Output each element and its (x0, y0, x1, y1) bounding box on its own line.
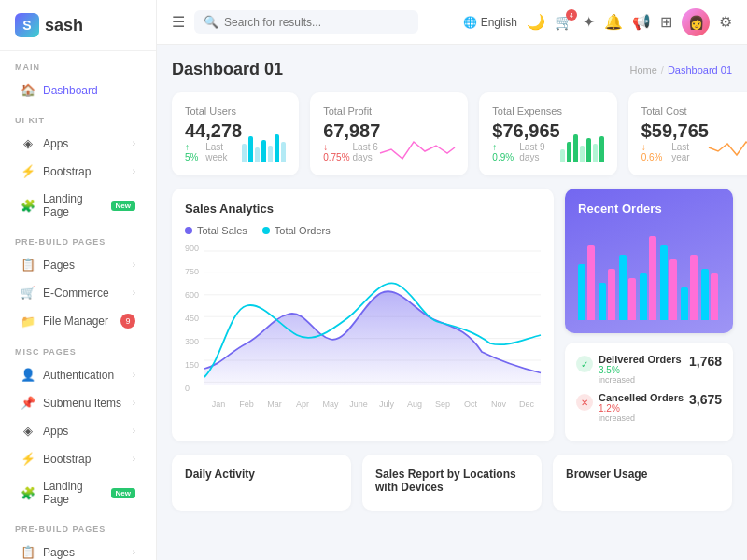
bottom-card-activity: Daily Activity (172, 455, 351, 511)
bottom-card-title-sales: Sales Report by Locations with Devices (375, 468, 529, 494)
order-item-cancelled: ✕ Cancelled Orders 1.2% increased 3,675 (576, 392, 722, 423)
dashboard-icon: 🏠 (21, 83, 35, 97)
filemanager-icon: 📁 (21, 315, 35, 329)
sidebar-item-submenu[interactable]: 📌 Submenu Items › (6, 389, 150, 416)
legend-dot-sales (185, 227, 192, 234)
search-bar[interactable]: 🔍 (194, 10, 418, 34)
grid-icon[interactable]: ⊞ (660, 13, 672, 31)
sidebar-label-auth: Authentication (43, 369, 114, 382)
delivered-info: Delivered Orders 3.5% increased (599, 354, 682, 385)
cancelled-icon: ✕ (576, 394, 593, 411)
delivered-icon: ✓ (576, 356, 593, 372)
chevron-right-icon9: › (133, 547, 135, 557)
cart-badge: 4 (566, 9, 577, 21)
sidebar-item-apps2[interactable]: ◈ Apps › (6, 417, 150, 444)
stat-value-expenses: $76,965 (492, 120, 559, 142)
sidebar-section-prebuild2: Pre-Build Pages (0, 513, 156, 538)
stat-label-users: Total Users (185, 105, 286, 117)
stat-value-users: 44,278 (185, 120, 242, 142)
chevron-right-icon2: › (133, 166, 135, 176)
sidebar-label-bootstrap2: Bootstrap (43, 453, 91, 466)
cancelled-name: Cancelled Orders (599, 392, 684, 403)
cancelled-info: Cancelled Orders 1.2% increased (599, 392, 684, 423)
sidebar-label-bootstrap: Bootstrap (43, 165, 91, 178)
legend-dot-orders (262, 227, 270, 234)
sidebar-item-bootstrap[interactable]: ⚡ Bootstrap › (6, 158, 150, 185)
stat-period-cost: Last year (671, 142, 709, 162)
delivered-stat: 3.5% (599, 365, 682, 375)
delivered-period: increased (599, 375, 682, 385)
badge-num-filemanager: 9 (120, 314, 135, 329)
mini-bar-chart-users (242, 133, 286, 162)
sidebar-item-dashboard[interactable]: 🏠 Dashboard (6, 77, 150, 104)
stat-period-expenses: Last 9 days (519, 142, 559, 162)
globe-icon: 🌐 (463, 16, 477, 29)
settings-icon[interactable]: ⚙ (719, 13, 732, 31)
delivered-count: 1,768 (689, 354, 722, 369)
stat-card-cost: Total Cost $59,765 ↓ 0.6% Last year (628, 92, 747, 175)
sidebar-label-apps: Apps (43, 137, 68, 150)
stat-label-expenses: Total Expenses (492, 105, 603, 117)
cancelled-period: increased (599, 413, 684, 423)
breadcrumb-home[interactable]: Home (629, 64, 656, 76)
sidebar-item-filemanager[interactable]: 📁 File Manager 9 (6, 307, 150, 335)
search-input[interactable] (224, 16, 409, 29)
sidebar-label-landing2: Landing Page (43, 480, 111, 506)
logo-icon: S (15, 13, 39, 37)
sidebar-item-ecommerce[interactable]: 🛒 E-Commerce › (6, 279, 150, 306)
notification-bell[interactable]: 🔔 (604, 13, 623, 31)
sidebar-item-landing[interactable]: 🧩 Landing Page New (6, 186, 150, 225)
menu-icon[interactable]: ☰ (172, 13, 185, 31)
sidebar-label-pages: Pages (43, 259, 75, 272)
legend-item-orders: Total Orders (262, 225, 331, 236)
stat-change-expenses: ↑ 0.9% (492, 142, 516, 162)
sidebar: S sash Main 🏠 Dashboard UI Kit ◈ Apps › … (0, 0, 157, 560)
sidebar-item-bootstrap2[interactable]: ⚡ Bootstrap › (6, 445, 150, 472)
auth-icon: 👤 (21, 368, 35, 382)
sidebar-item-pages2[interactable]: 📋 Pages › (6, 539, 150, 560)
apps2-icon: ◈ (21, 424, 35, 438)
sidebar-item-auth[interactable]: 👤 Authentication › (6, 361, 150, 388)
stat-card-users: Total Users 44,278 ↑ 5% Last week (172, 92, 299, 175)
analytics-chart (204, 244, 541, 393)
main-content: ☰ 🔍 🌐 English 🌙 🛒 4 ✦ 🔔 📢 ⊞ 👩 ⚙ (157, 0, 747, 560)
topnav: ☰ 🔍 🌐 English 🌙 🛒 4 ✦ 🔔 📢 ⊞ 👩 ⚙ (157, 0, 747, 45)
topnav-icons: 🌐 English 🌙 🛒 4 ✦ 🔔 📢 ⊞ 👩 ⚙ (463, 8, 732, 36)
pages-icon: 📋 (21, 258, 35, 272)
sidebar-section-prebuild: Pre-Build Pages (0, 226, 156, 250)
x-axis-labels: Jan Feb Mar Apr May June July Aug Sep Oc… (204, 396, 541, 409)
stat-label-profit: Total Profit (323, 105, 455, 117)
bootstrap-icon: ⚡ (21, 164, 35, 178)
sidebar-label-filemanager: File Manager (43, 315, 108, 328)
sidebar-item-landing2[interactable]: 🧩 Landing Page New (6, 473, 150, 512)
analytics-card: Sales Analytics Total Sales Total Orders… (172, 189, 554, 441)
avatar[interactable]: 👩 (682, 8, 710, 36)
mini-line-profit (380, 133, 455, 162)
ecommerce-icon: 🛒 (21, 286, 35, 300)
stat-period-profit: Last 6 days (353, 142, 381, 162)
sidebar-section-uikit: UI Kit (0, 105, 156, 129)
analytics-section: Sales Analytics Total Sales Total Orders… (172, 189, 732, 441)
legend-item-sales: Total Sales (185, 225, 247, 236)
stat-change-profit: ↓ 0.75% (323, 142, 349, 162)
sidebar-label-pages2: Pages (43, 546, 75, 559)
theme-toggle[interactable]: 🌙 (527, 13, 545, 31)
cart-icon[interactable]: 🛒 4 (555, 13, 573, 31)
chevron-right-icon4: › (133, 287, 135, 298)
badge-new-landing2: New (111, 488, 135, 498)
language-selector[interactable]: 🌐 English (463, 16, 517, 29)
sidebar-item-apps[interactable]: ◈ Apps › (6, 130, 150, 157)
apps-icon: ◈ (21, 136, 35, 150)
mini-line-cost (709, 133, 747, 162)
stat-value-profit: 67,987 (323, 120, 380, 142)
stat-period-users: Last week (205, 142, 242, 162)
stat-label-cost: Total Cost (641, 105, 747, 117)
submenu-icon: 📌 (21, 396, 35, 410)
chevron-right-icon5: › (133, 370, 135, 380)
dashboard-content: Dashboard 01 Home / Dashboard 01 Total U… (157, 45, 747, 560)
breadcrumb-separator: / (661, 64, 664, 76)
legend-label-sales: Total Sales (197, 225, 247, 236)
megaphone-icon[interactable]: 📢 (632, 13, 651, 31)
sparkle-icon[interactable]: ✦ (583, 13, 595, 31)
sidebar-item-pages[interactable]: 📋 Pages › (6, 251, 150, 278)
